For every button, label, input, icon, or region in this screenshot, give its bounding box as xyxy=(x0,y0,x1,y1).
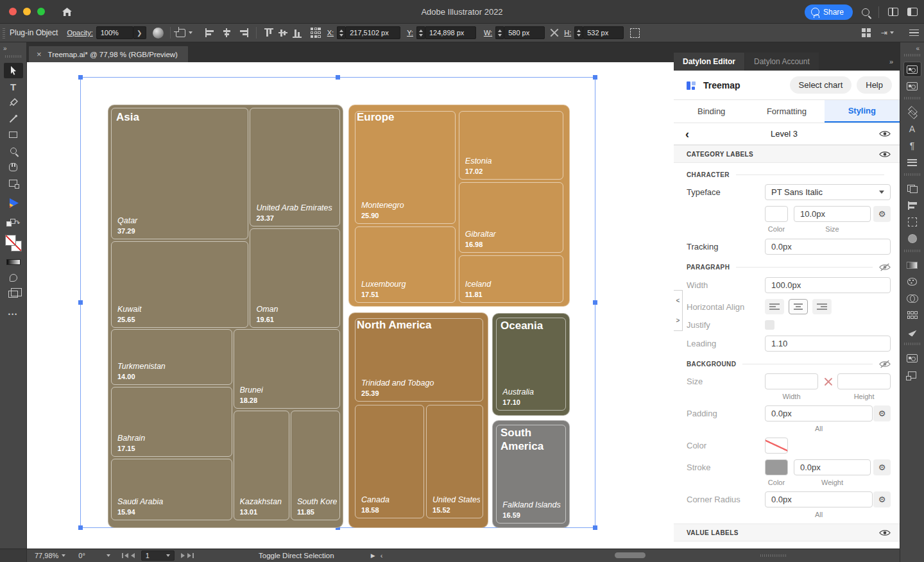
distribute-grid-icon[interactable] xyxy=(311,28,321,38)
appearance-panel-button[interactable] xyxy=(903,231,921,246)
width-stepper[interactable] xyxy=(495,26,504,39)
background-color-swatch-none[interactable] xyxy=(765,438,788,454)
y-value-field[interactable]: 124,898 px xyxy=(425,26,476,39)
recolor-artwork-icon[interactable] xyxy=(153,28,164,38)
font-size-settings-button[interactable]: ⚙ xyxy=(873,206,891,222)
treemap-cell[interactable]: Montenegro25.90 xyxy=(355,111,456,224)
align-text-left-button[interactable] xyxy=(765,299,784,314)
last-artboard-button[interactable] xyxy=(187,553,194,558)
tab-datylon-editor[interactable]: Datylon Editor xyxy=(674,53,744,71)
rotation-control[interactable]: 0° xyxy=(78,552,110,559)
selection-handle[interactable] xyxy=(78,300,83,305)
canvas[interactable]: Qatar37.29United Arab Emirates23.37Kuwai… xyxy=(27,62,674,549)
opacity-label[interactable]: Opacity: xyxy=(67,29,92,37)
dock-drag-handle[interactable] xyxy=(904,173,921,176)
character-panel-button[interactable]: A xyxy=(903,121,921,137)
treemap-cell[interactable]: Kazakhstan13.01 xyxy=(234,411,290,520)
select-chart-button[interactable]: Select chart xyxy=(790,76,852,94)
treemap-cell[interactable]: Brunei18.28 xyxy=(234,329,340,409)
stroke-settings-button[interactable]: ⚙ xyxy=(873,459,891,475)
tools-drag-handle[interactable] xyxy=(5,55,22,58)
isolate-object-icon[interactable] xyxy=(176,29,185,37)
document-tab[interactable]: × Treemap.ai* @ 77,98 % (RGB/Preview) xyxy=(29,46,188,62)
stroke-color-swatch[interactable] xyxy=(765,459,788,475)
treemap-cell[interactable]: Oman19.61 xyxy=(250,228,340,328)
unlink-size-icon[interactable] xyxy=(823,377,833,387)
minimize-window-button[interactable] xyxy=(23,8,31,15)
gradient-panel-button[interactable] xyxy=(903,257,921,273)
treemap-cell[interactable]: Estonia17.02 xyxy=(459,111,563,180)
type-tool[interactable]: T xyxy=(4,79,23,94)
align-left-icon[interactable] xyxy=(205,28,216,37)
collapse-right-icon[interactable]: > xyxy=(676,317,680,324)
more-tools-button[interactable]: ••• xyxy=(8,311,18,318)
selection-handle[interactable] xyxy=(336,75,340,80)
tracking-input[interactable]: 0.0px xyxy=(765,239,891,255)
panel-resize-handle[interactable] xyxy=(760,554,786,557)
treemap-cell[interactable]: South Korea11.85 xyxy=(291,411,340,520)
padding-input[interactable]: 0.0px xyxy=(765,405,873,422)
treemap-cell[interactable]: United States15.52 xyxy=(426,405,483,519)
paragraph-panel-button[interactable]: ¶ xyxy=(903,138,921,153)
height-stepper[interactable] xyxy=(574,26,583,39)
paragraph-width-input[interactable]: 100.0px xyxy=(765,277,891,293)
chevron-down-icon[interactable] xyxy=(189,31,193,34)
align-panel-button[interactable] xyxy=(903,198,921,213)
align-text-center-button[interactable] xyxy=(789,299,808,314)
unlink-dimensions-icon[interactable] xyxy=(550,28,559,37)
shaper-tool[interactable] xyxy=(4,270,23,285)
share-button[interactable]: Share xyxy=(805,4,853,20)
stroke-panel-button[interactable] xyxy=(903,155,921,170)
color-panel-button[interactable] xyxy=(903,274,921,289)
font-size-input[interactable]: 10.0px xyxy=(794,206,871,222)
libraries-panel-button[interactable] xyxy=(903,62,921,77)
treemap-cell[interactable]: Gibraltar16.98 xyxy=(459,182,563,253)
zoom-tool[interactable] xyxy=(4,143,23,158)
width-label[interactable]: W: xyxy=(484,29,492,37)
fullscreen-window-button[interactable] xyxy=(37,8,45,15)
arrange-icon[interactable]: ⇥ xyxy=(881,28,887,37)
selection-handle[interactable] xyxy=(593,300,597,305)
pen-tool[interactable] xyxy=(4,95,23,110)
drawing-modes[interactable] xyxy=(4,286,23,302)
dock-drag-handle[interactable] xyxy=(904,343,921,345)
eyedropper-tool[interactable] xyxy=(4,111,23,126)
treemap-cell[interactable]: Kuwait25.65 xyxy=(111,241,248,328)
tab-binding[interactable]: Binding xyxy=(674,100,749,123)
treemap[interactable]: Qatar37.29United Arab Emirates23.37Kuwai… xyxy=(108,105,570,528)
brushes-panel-button[interactable] xyxy=(903,350,921,366)
align-text-right-button[interactable] xyxy=(812,299,832,314)
layers-panel-button[interactable] xyxy=(903,105,921,120)
tab-styling[interactable]: Styling xyxy=(825,100,900,123)
opacity-dropdown-button[interactable]: ❯ xyxy=(133,26,146,39)
assets-panel-button[interactable] xyxy=(903,78,921,94)
dock-drag-handle[interactable] xyxy=(904,250,921,252)
y-label[interactable]: Y: xyxy=(407,29,413,37)
chevron-down-icon[interactable] xyxy=(890,31,894,34)
tab-formatting[interactable]: Formatting xyxy=(749,100,824,123)
padding-settings-button[interactable]: ⚙ xyxy=(873,405,891,422)
transform-panel-button[interactable] xyxy=(903,214,921,230)
play-icon[interactable]: ▶ xyxy=(371,552,375,559)
free-transform-icon[interactable] xyxy=(630,28,640,38)
treemap-cell[interactable]: Bahrain17.15 xyxy=(111,387,232,457)
background-visibility-off-icon[interactable] xyxy=(879,360,891,368)
align-right-icon[interactable] xyxy=(237,28,248,37)
selection-handle[interactable] xyxy=(593,75,597,80)
artboard-tool[interactable] xyxy=(4,175,23,191)
dock-drag-handle[interactable] xyxy=(904,97,921,99)
treemap-cell[interactable]: Iceland11.81 xyxy=(459,255,563,303)
treemap-group-asia[interactable]: Qatar37.29United Arab Emirates23.37Kuwai… xyxy=(108,105,343,528)
selection-tool[interactable] xyxy=(4,63,23,78)
dock-drag-handle[interactable] xyxy=(904,54,921,56)
arrange-documents-icon[interactable] xyxy=(907,8,918,16)
width-value-field[interactable]: 580 px xyxy=(504,26,545,39)
color-guide-panel-button[interactable] xyxy=(903,324,921,339)
pathfinder-panel-button[interactable] xyxy=(903,181,921,196)
x-label[interactable]: X: xyxy=(327,29,334,37)
hand-tool[interactable] xyxy=(4,159,23,175)
height-label[interactable]: H: xyxy=(564,29,571,37)
font-color-swatch[interactable] xyxy=(765,206,788,222)
background-width-input[interactable] xyxy=(765,373,818,389)
justify-checkbox[interactable] xyxy=(765,320,774,330)
